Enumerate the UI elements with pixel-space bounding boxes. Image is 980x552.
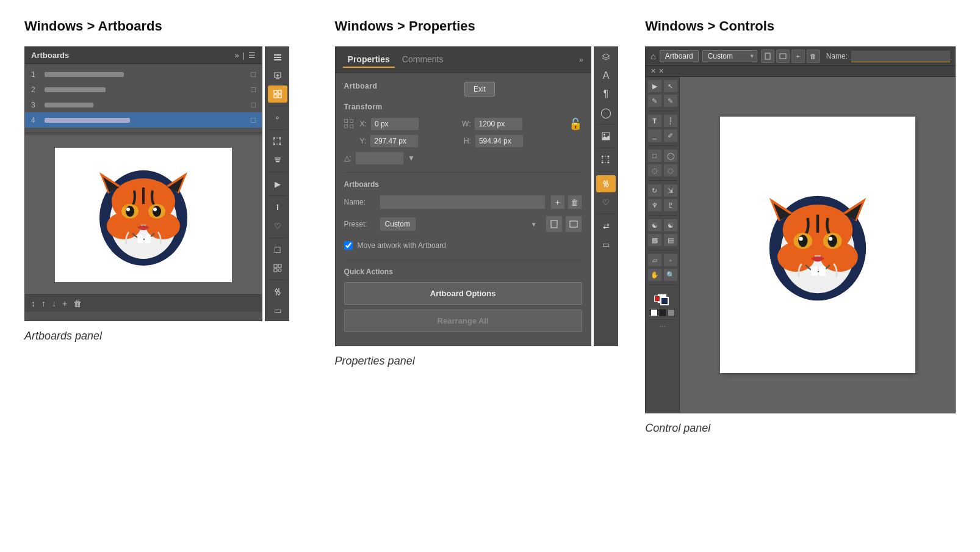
ab-copy-icon-3[interactable]: □ <box>251 100 256 109</box>
ctrl-portrait-btn[interactable] <box>761 49 774 63</box>
ab-copy-icon-2[interactable]: □ <box>251 85 256 94</box>
artboard-item-4[interactable]: 4 □ <box>25 112 262 128</box>
toolbar-filter-btn[interactable] <box>268 283 287 300</box>
tool-ellipse[interactable]: ◯ <box>663 149 678 162</box>
artboard-item-1[interactable]: 1 □ <box>25 67 262 82</box>
ptb-swap-btn[interactable]: ⇄ <box>596 217 616 234</box>
panel-menu-icon[interactable]: ☰ <box>248 51 256 60</box>
tool-table[interactable]: ▤ <box>663 233 678 247</box>
w-input[interactable] <box>474 117 523 131</box>
toolbar-transform-btn[interactable] <box>268 133 287 150</box>
toolbar-layers-btn[interactable] <box>268 49 287 66</box>
gray-color-swatch[interactable] <box>668 309 675 316</box>
ctrl-delete-btn[interactable]: 🗑 <box>807 49 820 63</box>
ctrl-name-input[interactable] <box>851 51 950 62</box>
ptb-oval-btn[interactable]: ◯ <box>596 104 616 121</box>
tool-warp-b[interactable]: ♇ <box>663 198 678 212</box>
x-input[interactable] <box>370 117 419 131</box>
ptb-grid-btn[interactable]: ▭ <box>596 236 616 253</box>
footer-add-icon[interactable]: + <box>62 299 67 308</box>
rearrange-all-button[interactable]: Rearrange All <box>344 310 582 332</box>
footer-rearrange-icon[interactable]: ↕ <box>31 299 35 308</box>
ctrl-minimize-icon[interactable]: ✕ <box>658 67 664 75</box>
name-input[interactable] <box>380 195 546 209</box>
ptb-layers-btn[interactable] <box>596 49 616 66</box>
black-color-swatch[interactable] <box>659 309 666 316</box>
toolbar-sep-6 <box>269 280 286 280</box>
ctrl-close-icon[interactable]: ✕ <box>650 67 656 75</box>
artboard-item-3[interactable]: 3 □ <box>25 97 262 112</box>
transform-link-icon[interactable] <box>344 119 354 129</box>
toolbar-export-btn[interactable] <box>268 67 287 84</box>
ab-copy-icon-1[interactable]: □ <box>251 70 256 79</box>
exit-button[interactable]: Exit <box>464 82 495 96</box>
tool-slice[interactable]: ▫ <box>663 253 678 267</box>
ctrl-landscape-btn[interactable] <box>776 49 790 63</box>
lock-icon[interactable]: 🔓 <box>569 117 582 131</box>
tool-rect[interactable]: □ <box>647 149 662 162</box>
angle-input[interactable] <box>355 151 404 165</box>
toolbar-link-btn[interactable]: ⚬ <box>268 109 287 126</box>
toolbar-sep-3 <box>269 172 286 172</box>
toolbar-comments-btn[interactable]: ♡ <box>268 217 287 234</box>
tool-scale[interactable]: ⇲ <box>663 184 678 197</box>
toolbar-properties-btn[interactable] <box>268 199 287 216</box>
move-artwork-checkbox[interactable] <box>344 241 353 250</box>
tool-artboard[interactable]: ▱ <box>647 253 662 267</box>
tool-direct-select[interactable]: ↖ <box>663 79 678 93</box>
tool-graph[interactable]: ▩ <box>647 233 662 247</box>
svg-point-64 <box>798 235 807 247</box>
tool-more-btn[interactable]: ⋯ <box>660 323 666 330</box>
tool-brush-a[interactable]: ◌ <box>647 164 662 177</box>
artboard-item-2[interactable]: 2 □ <box>25 82 262 97</box>
preset-portrait-btn[interactable] <box>546 216 563 233</box>
tab-comments[interactable]: Comments <box>397 52 449 68</box>
controls-preset-select[interactable]: Custom <box>702 50 757 62</box>
ctrl-add-btn[interactable]: + <box>791 49 805 63</box>
home-icon[interactable]: ⌂ <box>650 51 655 61</box>
tool-symbol-a[interactable]: ☯ <box>647 219 662 232</box>
tool-symbol-b[interactable]: ☯ <box>663 219 678 232</box>
footer-up-icon[interactable]: ↑ <box>41 299 46 308</box>
ptb-transform-btn[interactable] <box>596 151 616 169</box>
toolbar-image-btn[interactable]: ▶ <box>268 175 287 192</box>
toolbar-artboards-btn[interactable] <box>268 85 287 103</box>
panel-expand-icon[interactable]: » <box>234 51 239 60</box>
tool-pen-b[interactable]: ✎ <box>663 94 678 107</box>
footer-down-icon[interactable]: ↓ <box>52 299 56 308</box>
name-delete-btn[interactable]: 🗑 <box>567 195 582 209</box>
tool-hand[interactable]: ✋ <box>647 268 662 281</box>
toolbar-type-btn[interactable]: ▭ <box>268 302 287 319</box>
white-color-swatch[interactable] <box>650 309 658 316</box>
tool-brush-b[interactable]: ◌ <box>663 164 678 177</box>
y-input[interactable] <box>370 134 419 148</box>
footer-delete-icon[interactable]: 🗑 <box>73 299 82 308</box>
tool-type-area[interactable]: ┆ <box>663 114 678 128</box>
h-input[interactable] <box>475 134 524 148</box>
tool-rotate[interactable]: ↻ <box>647 184 662 197</box>
props-chevron[interactable]: » <box>579 56 583 64</box>
preset-select[interactable]: Custom <box>380 217 416 231</box>
fill-stroke-swatch[interactable] <box>654 291 671 308</box>
ptb-paragraph-btn[interactable]: ¶ <box>596 85 616 103</box>
toolbar-history-btn[interactable]: ☐ <box>268 241 287 258</box>
tool-type[interactable]: T <box>647 114 662 128</box>
tool-pen-a[interactable]: ✎ <box>647 94 662 107</box>
tool-warp-a[interactable]: ♆ <box>647 198 662 212</box>
ab-copy-icon-4[interactable]: □ <box>251 115 256 125</box>
toolbar-align-btn[interactable] <box>268 151 287 169</box>
angle-dropdown-icon[interactable]: ▼ <box>408 154 415 162</box>
ptb-type-btn[interactable]: A <box>596 67 616 84</box>
toolbar-settings-btn[interactable] <box>268 260 287 277</box>
tab-properties[interactable]: Properties <box>343 52 395 68</box>
tool-line[interactable]: ⎯ <box>647 129 662 142</box>
ptb-comments-btn[interactable]: ♡ <box>596 194 616 211</box>
ptb-properties-btn[interactable] <box>596 175 616 192</box>
artboard-options-button[interactable]: Artboard Options <box>344 282 582 305</box>
tool-select[interactable]: ▶ <box>647 79 662 93</box>
ptb-image-btn[interactable] <box>596 128 616 145</box>
tool-pencil[interactable]: ✐ <box>663 129 678 142</box>
tool-zoom[interactable]: 🔍 <box>663 268 678 281</box>
name-add-btn[interactable]: + <box>550 195 565 209</box>
preset-landscape-btn[interactable] <box>565 216 582 233</box>
